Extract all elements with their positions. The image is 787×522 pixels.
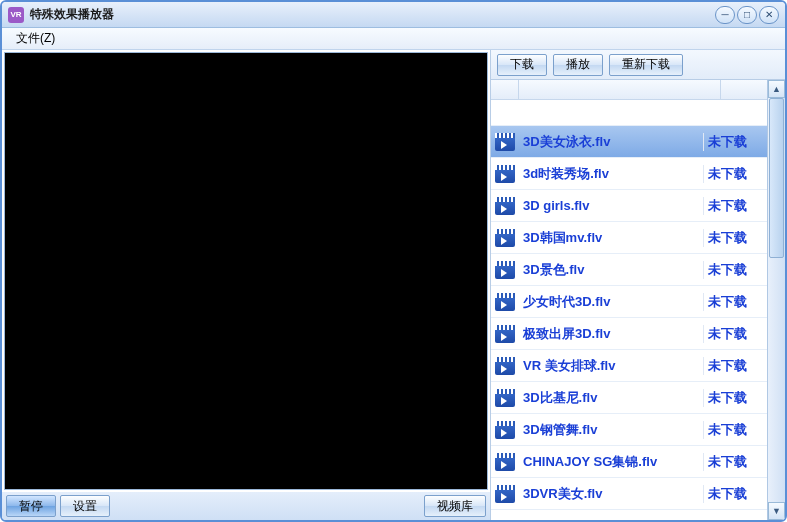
list-item-name: 少女时代3D.flv [519, 293, 703, 311]
right-panel: 下载 播放 重新下载 3D美女泳衣.flv未下载3d时装秀场.flv未下载3D … [491, 50, 785, 520]
video-file-icon [495, 261, 515, 279]
download-button[interactable]: 下载 [497, 54, 547, 76]
play-button[interactable]: 播放 [553, 54, 603, 76]
list-item[interactable]: 3D韩国mv.flv未下载 [491, 222, 767, 254]
video-file-icon [495, 229, 515, 247]
redownload-button[interactable]: 重新下载 [609, 54, 683, 76]
list-item-status: 未下载 [703, 229, 767, 247]
video-file-icon [495, 325, 515, 343]
list-item-status: 未下载 [703, 389, 767, 407]
window-title: 特殊效果播放器 [30, 6, 715, 23]
list-item[interactable]: 3D景色.flv未下载 [491, 254, 767, 286]
list-item[interactable]: 3d时装秀场.flv未下载 [491, 158, 767, 190]
list-body: 3D美女泳衣.flv未下载3d时装秀场.flv未下载3D girls.flv未下… [491, 100, 767, 520]
minimize-icon: ─ [721, 9, 728, 20]
list-item-status: 未下载 [703, 133, 767, 151]
settings-button[interactable]: 设置 [60, 495, 110, 517]
list-item[interactable]: 3D比基尼.flv未下载 [491, 382, 767, 414]
pause-button[interactable]: 暂停 [6, 495, 56, 517]
list-item-status: 未下载 [703, 165, 767, 183]
list-item-name: 3D韩国mv.flv [519, 229, 703, 247]
video-file-icon [495, 389, 515, 407]
list-item-name: 3D景色.flv [519, 261, 703, 279]
list-item-status: 未下载 [703, 293, 767, 311]
title-bar[interactable]: VR 特殊效果播放器 ─ □ ✕ [2, 2, 785, 28]
playback-toolbar: 暂停 设置 视频库 [2, 492, 490, 520]
library-button[interactable]: 视频库 [424, 495, 486, 517]
app-icon: VR [8, 7, 24, 23]
video-file-icon [495, 453, 515, 471]
video-viewport[interactable] [4, 52, 488, 490]
close-icon: ✕ [765, 9, 773, 20]
list-item-name: 3d时装秀场.flv [519, 165, 703, 183]
list-header [491, 80, 785, 100]
scroll-thumb[interactable] [769, 98, 784, 258]
video-list: 3D美女泳衣.flv未下载3d时装秀场.flv未下载3D girls.flv未下… [491, 80, 785, 520]
content-area: 暂停 设置 视频库 下载 播放 重新下载 [2, 50, 785, 520]
video-file-icon [495, 485, 515, 503]
list-item-name: 3D girls.flv [519, 198, 703, 213]
list-item-name: 3D美女泳衣.flv [519, 133, 703, 151]
video-file-icon [495, 421, 515, 439]
scroll-up-button[interactable]: ▲ [768, 80, 785, 98]
list-item-name: CHINAJOY SG集锦.flv [519, 453, 703, 471]
list-item-status: 未下载 [703, 357, 767, 375]
maximize-button[interactable]: □ [737, 6, 757, 24]
left-panel: 暂停 设置 视频库 [2, 50, 491, 520]
list-item-status: 未下载 [703, 453, 767, 471]
close-button[interactable]: ✕ [759, 6, 779, 24]
list-item-status: 未下载 [703, 421, 767, 439]
list-item-name: 极致出屏3D.flv [519, 325, 703, 343]
scroll-down-button[interactable]: ▼ [768, 502, 785, 520]
list-item[interactable]: 少女时代3D.flv未下载 [491, 286, 767, 318]
header-col-icon[interactable] [491, 80, 519, 99]
video-file-icon [495, 197, 515, 215]
menu-bar: 文件(Z) [2, 28, 785, 50]
list-item-status: 未下载 [703, 485, 767, 503]
list-item-name: 3D比基尼.flv [519, 389, 703, 407]
maximize-icon: □ [744, 9, 750, 20]
minimize-button[interactable]: ─ [715, 6, 735, 24]
list-item[interactable]: 3D美女泳衣.flv未下载 [491, 126, 767, 158]
header-col-name[interactable] [519, 80, 721, 99]
video-file-icon [495, 165, 515, 183]
list-item[interactable]: 3DVR美女.flv未下载 [491, 478, 767, 510]
list-item-name: 3DVR美女.flv [519, 485, 703, 503]
video-file-icon [495, 133, 515, 151]
list-item[interactable]: CHINAJOY SG集锦.flv未下载 [491, 446, 767, 478]
video-file-icon [495, 357, 515, 375]
list-item[interactable]: 极致出屏3D.flv未下载 [491, 318, 767, 350]
menu-file[interactable]: 文件(Z) [10, 28, 61, 49]
list-item[interactable]: 3D钢管舞.flv未下载 [491, 414, 767, 446]
list-item-status: 未下载 [703, 325, 767, 343]
vertical-scrollbar[interactable]: ▲ ▼ [767, 80, 785, 520]
list-item[interactable]: VR 美女排球.flv未下载 [491, 350, 767, 382]
app-window: VR 特殊效果播放器 ─ □ ✕ 文件(Z) 暂停 设置 视频库 下载 播放 重… [0, 0, 787, 522]
list-item[interactable]: 3D girls.flv未下载 [491, 190, 767, 222]
list-item-name: 3D钢管舞.flv [519, 421, 703, 439]
list-item-status: 未下载 [703, 197, 767, 215]
video-file-icon [495, 293, 515, 311]
list-item-name: VR 美女排球.flv [519, 357, 703, 375]
list-row-blank [491, 100, 767, 126]
list-toolbar: 下载 播放 重新下载 [491, 50, 785, 80]
list-item-status: 未下载 [703, 261, 767, 279]
